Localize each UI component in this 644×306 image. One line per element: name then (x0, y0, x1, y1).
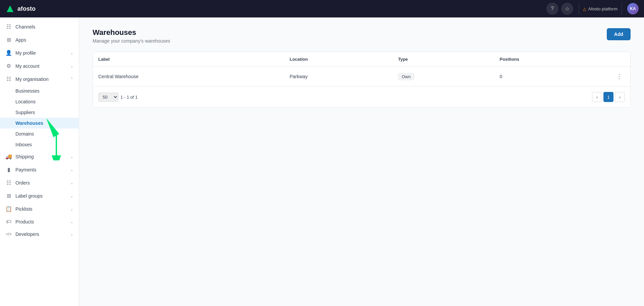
sidebar-item-label: Shipping (15, 154, 34, 159)
sidebar-sub-item-businesses[interactable]: Businesses (0, 86, 79, 96)
chevron-down-icon: ⌄ (70, 167, 73, 172)
table-header-row: Label Location Type Positions (93, 52, 630, 67)
platform-selector[interactable]: △ Afosto platform (579, 3, 622, 15)
cell-positions: 0 (494, 67, 608, 87)
warehouses-table: Label Location Type Positions Central Wa… (93, 52, 630, 86)
sidebar-item-orders[interactable]: ☷ Orders ⌄ (0, 176, 79, 189)
sidebar-item-label: My account (15, 63, 40, 69)
sidebar-item-picklists[interactable]: 📋 Picklists ⌄ (0, 202, 79, 215)
sidebar-item-my-organisation[interactable]: ☷ My organisation ⌃ (0, 72, 79, 86)
sidebar-sub-item-inboxes[interactable]: Inboxes (0, 139, 79, 150)
navbar-right: ? ☆ △ Afosto platform KA (546, 3, 639, 15)
col-positions: Positions (494, 52, 608, 67)
sidebar-sub-item-label: Locations (15, 99, 36, 104)
afosto-logo-icon (5, 4, 15, 13)
sidebar: ☷ Channels ⊞ Apps 👤 My profile ⌄ ⚙ My ac… (0, 17, 79, 306)
sidebar-item-developers[interactable]: </> Developers ⌄ (0, 228, 79, 240)
svg-marker-0 (7, 5, 13, 12)
per-page-dropdown[interactable]: 10 25 50 100 (98, 93, 118, 102)
warning-icon: △ (583, 6, 586, 11)
next-page-button[interactable]: › (615, 92, 625, 102)
col-actions (608, 52, 630, 67)
chevron-down-icon: ⌄ (70, 207, 73, 211)
sidebar-item-label: Developers (15, 232, 39, 237)
cell-actions: ⋮ (608, 67, 630, 87)
main-content: Warehouses Manage your company's warehou… (79, 17, 644, 306)
sidebar-item-payments[interactable]: ▮ Payments ⌄ (0, 163, 79, 176)
platform-label: Afosto platform (588, 6, 618, 11)
picklists-icon: 📋 (5, 206, 12, 212)
sidebar-item-my-account[interactable]: ⚙ My account ⌄ (0, 59, 79, 72)
channels-icon: ☷ (5, 23, 12, 30)
add-button[interactable]: Add (607, 28, 631, 40)
cell-label: Central Warehouse (93, 67, 284, 87)
chevron-down-icon: ⌄ (70, 154, 73, 159)
sidebar-sub-item-suppliers[interactable]: Suppliers (0, 107, 79, 118)
help-button[interactable]: ? (546, 3, 558, 15)
label-groups-icon: ⊞ (5, 193, 12, 199)
page-subtitle: Manage your company's warehouses (93, 38, 170, 44)
sidebar-sub-item-label: Inboxes (15, 142, 32, 147)
sidebar-item-apps[interactable]: ⊞ Apps (0, 33, 79, 46)
sidebar-item-label: Apps (15, 37, 26, 43)
chevron-down-icon: ⌄ (70, 219, 73, 224)
sidebar-item-products[interactable]: 🏷 Products ⌄ (0, 215, 79, 228)
more-options-button[interactable]: ⋮ (613, 71, 625, 82)
sidebar-item-channels[interactable]: ☷ Channels (0, 20, 79, 33)
sidebar-item-label: Payments (15, 167, 36, 172)
sidebar-sub-item-label: Warehouses (15, 120, 43, 126)
sidebar-item-label: My profile (15, 50, 36, 56)
sidebar-sub-item-domains[interactable]: Domains (0, 129, 79, 139)
navbar: afosto ? ☆ △ Afosto platform KA (0, 0, 644, 17)
chevron-down-icon: ⌄ (70, 64, 73, 68)
avatar[interactable]: KA (627, 3, 639, 14)
my-organisation-icon: ☷ (5, 76, 12, 82)
help-icon: ? (551, 6, 554, 12)
warehouses-table-container: Label Location Type Positions Central Wa… (93, 52, 631, 108)
col-location: Location (284, 52, 392, 67)
logo-text: afosto (17, 5, 36, 12)
sidebar-item-my-profile[interactable]: 👤 My profile ⌄ (0, 46, 79, 59)
sidebar-sub-item-label: Suppliers (15, 110, 35, 115)
prev-page-button[interactable]: ‹ (592, 92, 602, 102)
chevron-up-icon: ⌃ (70, 77, 73, 82)
developers-icon: </> (5, 232, 12, 237)
type-badge: Own (398, 73, 415, 80)
page-header-text: Warehouses Manage your company's warehou… (93, 28, 170, 44)
cell-type: Own (393, 67, 494, 87)
sidebar-sub-item-warehouses[interactable]: Warehouses (0, 118, 79, 129)
page-header: Warehouses Manage your company's warehou… (93, 28, 631, 44)
per-page-select: 10 25 50 100 1 - 1 of 1 (98, 93, 138, 102)
avatar-text: KA (630, 6, 636, 11)
cell-location: Parkway (284, 67, 392, 87)
logo: afosto (5, 4, 546, 13)
orders-icon: ☷ (5, 180, 12, 186)
col-type: Type (393, 52, 494, 67)
page-navigation: ‹ 1 › (592, 92, 625, 102)
my-account-icon: ⚙ (5, 63, 12, 69)
chevron-down-icon: ⌄ (70, 232, 73, 237)
current-page-button[interactable]: 1 (603, 92, 613, 102)
page-title: Warehouses (93, 28, 170, 37)
sidebar-item-label-groups[interactable]: ⊞ Label groups ⌄ (0, 189, 79, 202)
payments-icon: ▮ (5, 166, 12, 173)
sidebar-item-label: Label groups (15, 193, 43, 199)
sidebar-sub-item-label: Domains (15, 131, 34, 137)
layout: ☷ Channels ⊞ Apps 👤 My profile ⌄ ⚙ My ac… (0, 17, 644, 306)
sidebar-item-shipping[interactable]: 🚚 Shipping ⌄ (0, 150, 79, 163)
chat-icon: ☆ (565, 6, 570, 12)
apps-icon: ⊞ (5, 37, 12, 43)
pagination-row: 10 25 50 100 1 - 1 of 1 ‹ 1 › (93, 86, 630, 107)
chevron-down-icon: ⌄ (70, 51, 73, 55)
my-profile-icon: 👤 (5, 50, 12, 56)
chevron-down-icon: ⌄ (70, 194, 73, 198)
chat-button[interactable]: ☆ (561, 3, 573, 15)
col-label: Label (93, 52, 284, 67)
table-row: Central Warehouse Parkway Own 0 ⋮ (93, 67, 630, 87)
sidebar-item-label: Orders (15, 180, 30, 186)
chevron-down-icon: ⌄ (70, 181, 73, 185)
table-body: Central Warehouse Parkway Own 0 ⋮ (93, 67, 630, 87)
page-range: 1 - 1 of 1 (120, 95, 138, 100)
products-icon: 🏷 (5, 219, 12, 225)
sidebar-sub-item-locations[interactable]: Locations (0, 96, 79, 107)
